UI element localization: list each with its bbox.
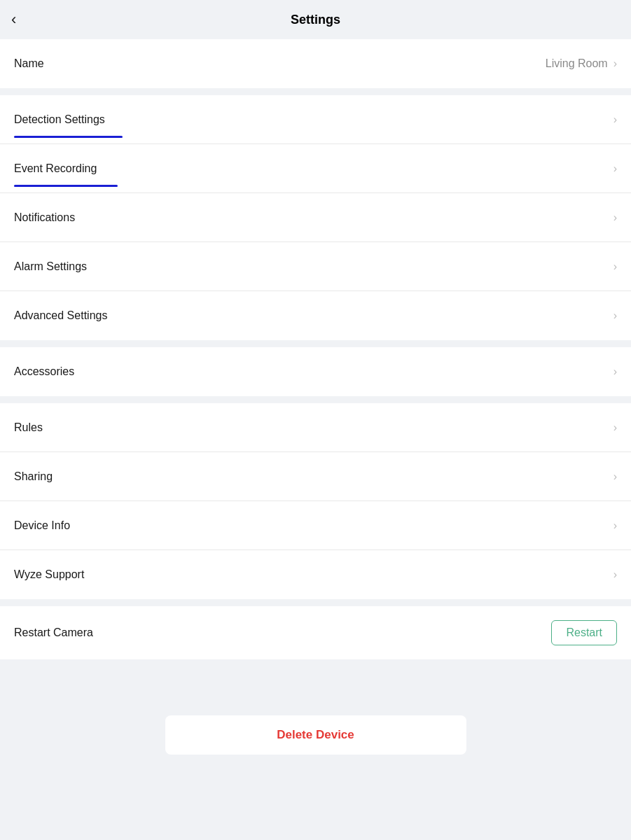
wyze-support-chevron-icon: › <box>613 568 617 581</box>
section-2: Accessories › <box>0 347 631 396</box>
accessories-chevron-icon: › <box>613 365 617 378</box>
notifications-right: › <box>613 211 617 224</box>
restart-camera-label: Restart Camera <box>14 626 93 639</box>
separator-2 <box>0 340 631 347</box>
detection-settings-row[interactable]: Detection Settings › <box>0 95 631 144</box>
advanced-settings-chevron-icon: › <box>613 309 617 322</box>
delete-device-button[interactable]: Delete Device <box>165 715 466 755</box>
alarm-settings-right: › <box>613 260 617 273</box>
name-value: Living Room <box>546 57 608 70</box>
advanced-settings-right: › <box>613 309 617 322</box>
event-recording-chevron-icon: › <box>613 162 617 175</box>
name-section: Name Living Room › <box>0 39 631 88</box>
detection-settings-right: › <box>613 113 617 126</box>
name-chevron-icon: › <box>613 57 617 70</box>
name-row[interactable]: Name Living Room › <box>0 39 631 88</box>
header: ‹ Settings <box>0 0 631 39</box>
notifications-row[interactable]: Notifications › <box>0 193 631 242</box>
rules-row[interactable]: Rules › <box>0 403 631 452</box>
restart-button[interactable]: Restart <box>551 620 617 645</box>
alarm-settings-row[interactable]: Alarm Settings › <box>0 242 631 291</box>
notifications-label: Notifications <box>14 211 75 224</box>
event-recording-row[interactable]: Event Recording › <box>0 144 631 193</box>
rules-label: Rules <box>14 421 43 434</box>
accessories-label: Accessories <box>14 365 74 378</box>
separator-4 <box>0 599 631 606</box>
detection-settings-label: Detection Settings <box>14 113 105 126</box>
separator-3 <box>0 396 631 403</box>
name-label: Name <box>14 57 44 70</box>
accessories-row[interactable]: Accessories › <box>0 347 631 396</box>
restart-camera-section: Restart Camera Restart <box>0 606 631 659</box>
sharing-chevron-icon: › <box>613 470 617 483</box>
back-icon: ‹ <box>11 10 16 29</box>
sharing-label: Sharing <box>14 470 53 483</box>
wyze-support-right: › <box>613 568 617 581</box>
sharing-right: › <box>613 470 617 483</box>
rules-chevron-icon: › <box>613 421 617 434</box>
device-info-label: Device Info <box>14 519 70 532</box>
section-1: Detection Settings › Event Recording › N… <box>0 95 631 340</box>
rules-right: › <box>613 421 617 434</box>
sharing-row[interactable]: Sharing › <box>0 452 631 501</box>
device-info-right: › <box>613 519 617 532</box>
name-row-right: Living Room › <box>546 57 617 70</box>
section-3: Rules › Sharing › Device Info › Wyze Sup… <box>0 403 631 599</box>
wyze-support-label: Wyze Support <box>14 568 84 581</box>
event-recording-underline <box>14 185 118 187</box>
accessories-right: › <box>613 365 617 378</box>
event-recording-label: Event Recording <box>14 162 97 175</box>
notifications-chevron-icon: › <box>613 211 617 224</box>
alarm-settings-chevron-icon: › <box>613 260 617 273</box>
bottom-area: Delete Device <box>0 659 631 783</box>
separator-1 <box>0 88 631 95</box>
advanced-settings-row[interactable]: Advanced Settings › <box>0 291 631 340</box>
device-info-row[interactable]: Device Info › <box>0 501 631 550</box>
detection-settings-chevron-icon: › <box>613 113 617 126</box>
wyze-support-row[interactable]: Wyze Support › <box>0 550 631 599</box>
page-title: Settings <box>291 13 340 27</box>
detection-settings-underline <box>14 136 123 138</box>
advanced-settings-label: Advanced Settings <box>14 309 107 322</box>
back-button[interactable]: ‹ <box>11 10 16 29</box>
event-recording-right: › <box>613 162 617 175</box>
device-info-chevron-icon: › <box>613 519 617 532</box>
alarm-settings-label: Alarm Settings <box>14 260 87 273</box>
